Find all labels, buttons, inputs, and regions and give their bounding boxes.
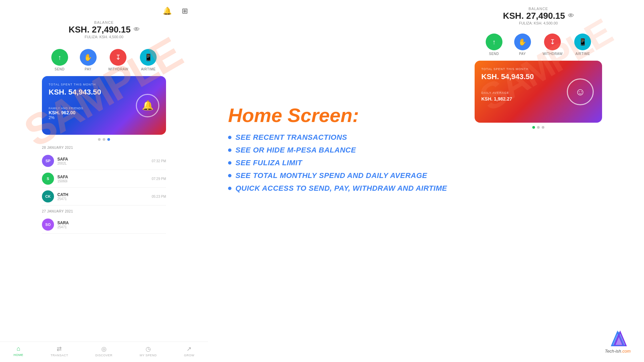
withdraw-button[interactable]: ↧ WITHDRAW (108, 49, 128, 71)
transactions-section: 28 JANUARY 2021 SP SAFA 2002L 07:32 PM S… (42, 146, 166, 234)
dot-2[interactable] (103, 138, 105, 141)
txn-id: 25471 (57, 197, 152, 201)
left-panel: SAMPLE 🔔 ⊞ BALANCE KSH. 27,490.15 👁 FULI… (0, 0, 208, 362)
right-airtime-label: AIRTIME (575, 52, 590, 56)
txn-name: SAFA (57, 157, 152, 162)
qr-icon[interactable]: ⊞ (182, 7, 188, 15)
balance-amount: KSH. 27,490.15 👁 (68, 24, 139, 35)
avatar: SP (42, 155, 54, 167)
bullet-icon (228, 187, 231, 190)
action-buttons: ↑ SEND ✋ PAY ↧ WITHDRAW 📱 AIRTIME (51, 49, 157, 71)
list-item: SEE RECENT TRANSACTIONS (228, 133, 624, 142)
nav-myspend[interactable]: ◷ MY SPEND (140, 345, 157, 357)
card-dots (98, 138, 110, 141)
spending-card: TOTAL SPENT THIS MONTH KSH. 54,943.50 FA… (42, 76, 166, 135)
right-fuliza-text: FULIZA: KSH. 4,500.00 (503, 21, 574, 25)
pay-button[interactable]: ✋ PAY (80, 49, 97, 71)
bullet-icon (228, 161, 231, 165)
right-card-dots (532, 126, 544, 129)
eye-icon[interactable]: 👁 (133, 26, 140, 33)
txn-time: 07:32 PM (152, 159, 166, 163)
right-dot-1[interactable] (532, 126, 535, 129)
right-dot-3[interactable] (542, 126, 544, 129)
feature-text-2: SEE OR HIDE M-PESA BALANCE (235, 146, 356, 155)
withdraw-icon: ↧ (110, 49, 126, 66)
nav-discover[interactable]: ◎ DISCOVER (95, 345, 112, 357)
feature-text-4: SEE TOTAL MONTHLY SPEND AND DAILY AVERAG… (235, 171, 427, 180)
send-icon: ↑ (51, 49, 68, 66)
balance-section: BALANCE KSH. 27,490.15 👁 FULIZA: KSH. 4,… (68, 20, 139, 39)
right-balance-section: BALANCE KSH. 27,490.15 👁 FULIZA: KSH. 4,… (503, 7, 574, 25)
send-button[interactable]: ↑ SEND (51, 49, 68, 71)
logo-area: Tech-ish.com (605, 330, 631, 354)
txn-id: 15060i (57, 179, 152, 183)
right-dot-2[interactable] (537, 126, 540, 129)
txn-id: 2002L (57, 162, 152, 165)
txn-info: SAFA 15060i (57, 175, 152, 183)
list-item: SEE OR HIDE M-PESA BALANCE (228, 146, 624, 155)
airtime-icon: 📱 (140, 49, 157, 66)
smile-circle: ☺ (567, 78, 594, 105)
date-label-1: 28 JANUARY 2021 (42, 146, 166, 149)
nav-home[interactable]: ⌂ HOME (14, 345, 23, 357)
nav-transact[interactable]: ⇄ TRANSACT (51, 345, 68, 357)
feature-list: SEE RECENT TRANSACTIONS SEE OR HIDE M-PE… (228, 133, 624, 193)
airtime-label: AIRTIME (141, 67, 156, 71)
avatar: SO (42, 219, 54, 231)
right-send-label: SEND (489, 52, 499, 56)
bell-icon: 🔔 (142, 100, 154, 111)
table-row: SO SARA 25471 (42, 216, 166, 234)
nav-discover-label: DISCOVER (95, 354, 112, 357)
notification-icon[interactable]: 🔔 (163, 7, 172, 15)
right-phone: BALANCE KSH. 27,490.15 👁 FULIZA: KSH. 4,… (473, 7, 604, 129)
feature-text-5: QUICK ACCESS TO SEND, PAY, WITHDRAW AND … (235, 184, 447, 193)
avatar: S (42, 173, 54, 185)
dot-1[interactable] (98, 138, 101, 141)
txn-info: SAFA 2002L (57, 157, 152, 165)
card-percentage: 2% (49, 115, 83, 120)
feature-text-3: SEE FULIZA LIMIT (235, 159, 302, 167)
grow-icon: ↗ (186, 345, 192, 353)
balance-label: BALANCE (68, 20, 139, 24)
nav-home-label: HOME (14, 353, 23, 357)
txn-name: SAFA (57, 175, 152, 179)
orange-card: TOTAL SPENT THIS MONTH KSH. 54,943.50 DA… (475, 61, 602, 123)
right-pay-button[interactable]: ✋ PAY (514, 34, 531, 56)
card-bell-circle: 🔔 (136, 94, 159, 117)
airtime-button[interactable]: 📱 AIRTIME (140, 49, 157, 71)
table-row: SP SAFA 2002L 07:32 PM (42, 152, 166, 170)
pay-icon: ✋ (80, 49, 97, 66)
fuliza-text: FULIZA: KSH. 4,500.00 (68, 35, 139, 39)
right-airtime-button[interactable]: 📱 AIRTIME (574, 34, 591, 56)
home-icon: ⌂ (17, 345, 20, 352)
right-withdraw-button[interactable]: ↧ WITHDRAW (543, 34, 563, 56)
avatar: CK (42, 190, 54, 202)
orange-total-label: TOTAL SPENT THIS MONTH (481, 67, 595, 71)
right-send-button[interactable]: ↑ SEND (486, 34, 502, 56)
bottom-nav: ⌂ HOME ⇄ TRANSACT ◎ DISCOVER ◷ MY SPEND … (0, 342, 208, 362)
card-category-label: FAMILY AND FRIENDS (49, 107, 83, 110)
card-bottom: FAMILY AND FRIENDS KSH. 962.00 2% 🔔 (49, 107, 159, 120)
nav-myspend-label: MY SPEND (140, 354, 157, 357)
smile-icon: ☺ (575, 86, 586, 98)
logo-text: Tech-ish.com (605, 349, 631, 354)
right-balance-label: BALANCE (503, 7, 574, 11)
nav-grow-label: GROW (184, 354, 194, 357)
right-eye-icon[interactable]: 👁 (568, 12, 574, 19)
nav-transact-label: TRANSACT (51, 354, 68, 357)
txn-info: SARA 25471 (57, 221, 166, 229)
send-label: SEND (55, 67, 65, 71)
dot-3[interactable] (107, 138, 110, 141)
table-row: CK CATH 25471 05:23 PM (42, 188, 166, 205)
withdraw-label: WITHDRAW (108, 67, 128, 71)
nav-grow[interactable]: ↗ GROW (184, 345, 194, 357)
list-item: SEE TOTAL MONTHLY SPEND AND DAILY AVERAG… (228, 171, 624, 180)
list-item: SEE FULIZA LIMIT (228, 159, 624, 167)
pay-label: PAY (85, 67, 92, 71)
card-category-section: FAMILY AND FRIENDS KSH. 962.00 2% (49, 107, 83, 120)
list-item: QUICK ACCESS TO SEND, PAY, WITHDRAW AND … (228, 184, 624, 193)
feature-text-1: SEE RECENT TRANSACTIONS (235, 133, 347, 142)
table-row: S SAFA 15060i 07:29 PM (42, 170, 166, 188)
bullet-icon (228, 136, 231, 139)
myspend-icon: ◷ (146, 345, 151, 353)
